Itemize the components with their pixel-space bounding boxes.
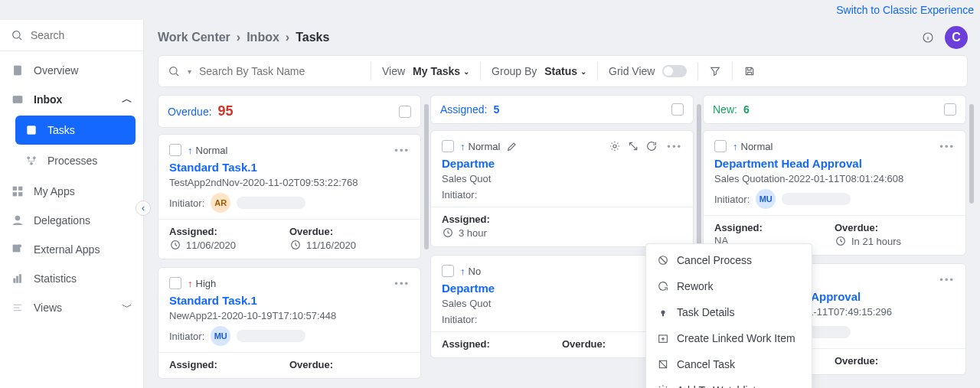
nav-label: External Apps (34, 243, 100, 256)
priority-badge: ↑No (460, 266, 481, 277)
menu-create-linked[interactable]: Create Linked Work Item (646, 325, 812, 351)
task-checkbox[interactable] (169, 277, 181, 289)
select-all-checkbox[interactable] (671, 103, 684, 116)
card-more-button[interactable]: ••• (667, 141, 682, 152)
nav-label: My Apps (34, 185, 75, 197)
view-dropdown[interactable]: My Tasks ⌄ (413, 65, 469, 77)
watchlist-icon[interactable] (609, 140, 621, 152)
column-label: New: (713, 103, 737, 116)
clipboard-icon (11, 64, 24, 77)
menu-cancel-process[interactable]: Cancel Process (646, 247, 812, 273)
task-card[interactable]: ↑Normal ••• Standard Task.1 TestApp2ndNo… (158, 134, 421, 259)
svg-point-11 (15, 216, 20, 220)
column-count: 95 (218, 103, 234, 119)
menu-task-details[interactable]: Task Details (646, 299, 812, 325)
nav-label: Delegations (34, 214, 90, 227)
svg-rect-1 (15, 66, 21, 75)
chart-icon (11, 272, 24, 285)
nav-views[interactable]: Views ﹀ (0, 293, 143, 322)
task-card[interactable]: ↑Normal ••• Departme Sales Quot (430, 130, 694, 247)
priority-badge: ↑Normal (188, 145, 227, 156)
svg-rect-13 (14, 279, 15, 282)
switch-classic-link[interactable]: Switch to Classic Experience (836, 4, 974, 16)
nav-tasks[interactable]: Tasks (15, 116, 136, 145)
nav-inbox[interactable]: Inbox ︿ (0, 85, 143, 114)
task-checkbox[interactable] (442, 140, 454, 152)
redo-icon (657, 280, 669, 292)
nav-processes[interactable]: Processes (15, 146, 136, 175)
nav-overview[interactable]: Overview (0, 56, 143, 85)
overdue-label: Overdue: (289, 226, 410, 237)
scrollbar[interactable] (969, 104, 974, 204)
task-context-menu: Cancel Process Rework Task Details Creat… (645, 243, 812, 388)
select-all-checkbox[interactable] (944, 103, 956, 116)
menu-add-watchlist[interactable]: Add To Watchlist (646, 377, 812, 388)
priority-badge: ↑Normal (733, 141, 773, 152)
nav-statistics[interactable]: Statistics (0, 264, 143, 293)
sidebar-search-input[interactable] (31, 29, 115, 41)
menu-cancel-task[interactable]: Cancel Task (646, 351, 812, 377)
initiator-name (237, 330, 305, 342)
column-label: Overdue: (168, 106, 212, 118)
svg-rect-14 (17, 276, 18, 282)
task-desc: Sales Quot (442, 173, 682, 184)
task-search-input[interactable] (199, 65, 360, 77)
svg-rect-9 (13, 193, 17, 197)
nav-myapps[interactable]: My Apps (0, 177, 143, 206)
initiator-label: Initiator: (169, 331, 204, 342)
info-icon[interactable] (922, 31, 934, 44)
avatar[interactable]: C (945, 26, 968, 49)
crumb-tasks: Tasks (296, 31, 329, 44)
filter-icon[interactable] (709, 65, 721, 77)
nav-external[interactable]: External Apps (0, 235, 143, 264)
card-more-button[interactable]: ••• (939, 141, 955, 152)
card-more-button[interactable]: ••• (939, 274, 955, 285)
edit-icon[interactable] (506, 140, 518, 152)
crumb-work-center[interactable]: Work Center (158, 31, 230, 44)
initiator-label: Initiator: (442, 314, 477, 325)
sidebar: Overview Inbox ︿ Tasks Processes My Ap (0, 20, 144, 388)
svg-rect-8 (19, 187, 23, 191)
task-checkbox[interactable] (442, 265, 454, 277)
save-icon[interactable] (743, 65, 756, 77)
scrollbar[interactable] (697, 104, 701, 249)
watchlist-icon (657, 384, 669, 388)
card-more-button[interactable]: ••• (394, 278, 410, 289)
card-more-button[interactable]: ••• (394, 145, 410, 156)
task-checkbox[interactable] (714, 140, 727, 152)
svg-rect-10 (19, 193, 23, 197)
group-dropdown[interactable]: Status ⌄ (544, 65, 586, 77)
scrollbar[interactable] (424, 104, 429, 249)
search-icon[interactable] (168, 65, 180, 77)
task-title[interactable]: Standard Task.1 (169, 294, 410, 307)
refresh-icon[interactable] (645, 140, 658, 152)
task-card[interactable]: ↑High ••• Standard Task.1 NewApp21-2020-… (158, 267, 421, 379)
list-icon (11, 301, 24, 315)
menu-rework[interactable]: Rework (646, 273, 812, 299)
task-title[interactable]: Departme (442, 157, 682, 170)
svg-rect-7 (13, 187, 17, 191)
task-checkbox[interactable] (169, 144, 181, 156)
nav-label: Overview (34, 64, 78, 77)
nav-delegations[interactable]: Delegations (0, 206, 143, 235)
open-icon[interactable] (627, 140, 639, 152)
collapse-sidebar-button[interactable]: ‹ (136, 201, 151, 216)
nav-label: Processes (47, 155, 97, 167)
task-desc: NewApp21-2020-10-19T17:10:57:448 (169, 310, 410, 321)
grid-icon (11, 184, 24, 198)
breadcrumb: Work Center › Inbox › Tasks (158, 31, 329, 44)
chevron-down-icon: ﹀ (122, 301, 132, 315)
select-all-checkbox[interactable] (399, 106, 411, 118)
clock-icon (835, 235, 847, 247)
task-title[interactable]: Department Head Approval (714, 157, 955, 170)
grid-view-toggle[interactable] (662, 65, 687, 77)
search-dropdown-icon[interactable]: ▾ (188, 67, 191, 76)
task-title[interactable]: Standard Task.1 (169, 161, 410, 174)
svg-rect-3 (28, 126, 36, 135)
task-card[interactable]: ↑Normal ••• Department Head Approval Sal… (703, 130, 966, 256)
svg-point-24 (662, 311, 665, 314)
priority-badge: ↑High (188, 278, 216, 289)
svg-point-0 (13, 31, 20, 38)
crumb-inbox[interactable]: Inbox (247, 31, 279, 44)
assigned-label: Assigned: (442, 338, 562, 350)
